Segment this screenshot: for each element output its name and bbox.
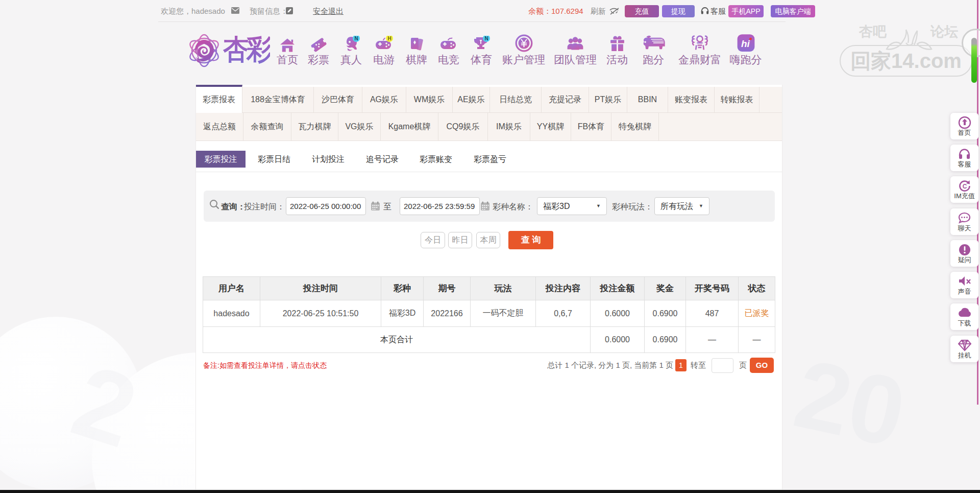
- svg-text:N: N: [354, 36, 358, 41]
- svg-text:N: N: [484, 36, 488, 41]
- svg-text:hi: hi: [741, 38, 750, 49]
- svg-text:C: C: [962, 183, 967, 190]
- svg-text:H: H: [387, 36, 391, 41]
